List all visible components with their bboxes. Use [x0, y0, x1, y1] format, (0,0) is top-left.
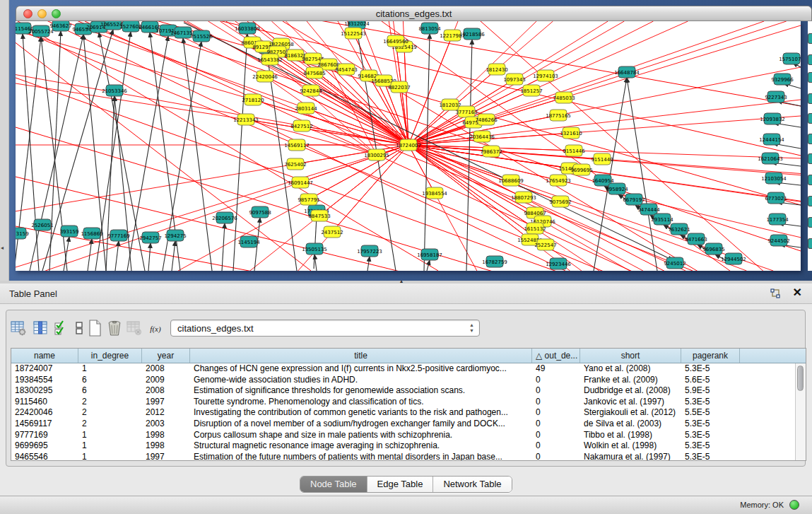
graph-node[interactable]: 1615132: [524, 223, 546, 234]
graph-node[interactable]: 1156869: [81, 228, 102, 239]
graph-node[interactable]: 12093832: [760, 113, 785, 124]
graph-node[interactable]: 17957223: [357, 245, 382, 257]
graph-edge-black[interactable]: [148, 243, 151, 271]
graph-node[interactable]: 21053346: [102, 85, 127, 96]
graph-node[interactable]: 9777169: [107, 230, 129, 241]
graph-node[interactable]: 17654923: [546, 175, 571, 186]
graph-node[interactable]: 7486266: [475, 114, 498, 125]
graph-node[interactable]: 3777163: [455, 106, 477, 117]
graph-edge-black[interactable]: [466, 40, 472, 271]
graph-node[interactable]: 1294275: [164, 230, 186, 241]
graph-edge-black[interactable]: [627, 78, 657, 271]
graph-node[interactable]: 9463627: [49, 21, 71, 31]
table-row[interactable]: 977716911998Corpus callosum shape and si…: [11, 430, 806, 441]
graph-edge-black[interactable]: [314, 255, 317, 271]
graph-node[interactable]: 1812430: [486, 64, 507, 75]
graph-node[interactable]: 7515526: [190, 30, 213, 42]
graph-node[interactable]: 7986372: [480, 146, 502, 157]
network-canvas[interactable]: 9115460200557249463627946554620691406106…: [16, 21, 801, 271]
float-panel-icon[interactable]: [770, 288, 781, 299]
graph-node[interactable]: 12103054: [761, 173, 787, 184]
graph-node[interactable]: 7632621: [668, 223, 690, 235]
column-select-button[interactable]: [31, 319, 49, 337]
graph-edge-red[interactable]: [16, 21, 801, 106]
graph-node[interactable]: 1851257: [520, 85, 542, 96]
column-header-out-de-[interactable]: △ out_de...: [532, 349, 580, 363]
graph-node[interactable]: 9696835: [702, 243, 724, 255]
collapse-left-arrow-icon[interactable]: ◂: [1, 245, 4, 251]
graph-node[interactable]: 16210643: [758, 153, 783, 164]
graph-node[interactable]: 1097343: [503, 74, 525, 85]
graph-node[interactable]: 2718120: [242, 94, 264, 105]
citation-graph[interactable]: 9115460200557249463627946554620691406106…: [16, 21, 801, 271]
graph-node[interactable]: 7485033: [553, 92, 575, 103]
graph-edge-red[interactable]: [16, 78, 801, 271]
tab-edge-table[interactable]: Edge Table: [367, 477, 434, 492]
table-row[interactable]: 1830029562008Estimation of significance …: [11, 385, 806, 397]
table-selector-dropdown[interactable]: citations_edges.txt ▲▼: [170, 320, 480, 337]
graph-node[interactable]: 10688609: [498, 175, 524, 186]
tab-node-table[interactable]: Node Table: [300, 477, 367, 492]
network-window-titlebar[interactable]: citations_edges.txt: [16, 6, 812, 21]
graph-edge-black[interactable]: [222, 223, 225, 271]
graph-node[interactable]: 12923446: [546, 258, 571, 269]
graph-node[interactable]: 393159: [60, 226, 79, 237]
graph-node[interactable]: 6773021: [765, 192, 787, 204]
graph-node[interactable]: 16091447: [288, 177, 313, 188]
graph-node[interactable]: 15751074: [779, 53, 801, 64]
graph-edge-red[interactable]: [16, 145, 408, 267]
graph-edge-red[interactable]: [408, 145, 535, 228]
graph-node[interactable]: 2935114: [651, 214, 673, 225]
graph-node[interactable]: 2437512: [321, 226, 343, 238]
delete-rows-button[interactable]: [105, 319, 124, 337]
graph-node[interactable]: 9329966: [771, 74, 794, 85]
graph-node[interactable]: 9151440: [591, 153, 613, 165]
new-table-button[interactable]: [86, 319, 104, 337]
function-builder-button[interactable]: f(x): [146, 319, 165, 337]
column-header-year[interactable]: year: [142, 349, 190, 363]
graph-node[interactable]: 12213343: [233, 114, 259, 125]
graph-node[interactable]: 8847533: [308, 210, 330, 221]
graph-node[interactable]: 16958187: [417, 249, 442, 260]
column-header-pagerank[interactable]: pagerank: [681, 349, 740, 363]
column-header-short[interactable]: short: [580, 349, 681, 363]
graph-node[interactable]: 1321610: [560, 127, 582, 139]
graph-node[interactable]: 9244502: [767, 235, 789, 246]
graph-node[interactable]: 9699695: [570, 164, 592, 175]
graph-node[interactable]: 8958924: [606, 183, 628, 194]
graph-edge-black[interactable]: [114, 96, 131, 271]
graph-node[interactable]: 12444154: [759, 134, 784, 145]
graph-node[interactable]: 8471663: [685, 233, 707, 245]
table-row[interactable]: 911546021997Tourette syndrome. Phenomeno…: [11, 397, 806, 408]
table-row[interactable]: 2242004622012Investigating the contribut…: [11, 407, 806, 419]
table-row[interactable]: 1938455462009Genome-wide association stu…: [11, 375, 806, 386]
tab-network-table[interactable]: Network Table: [433, 477, 511, 492]
graph-node[interactable]: 2803144: [295, 103, 317, 114]
graph-node[interactable]: 6679197: [623, 194, 645, 205]
graph-node[interactable]: 7625402: [284, 158, 306, 170]
graph-node[interactable]: 2526051: [31, 219, 53, 230]
graph-node[interactable]: 1145194: [237, 236, 260, 247]
graph-node[interactable]: 8427512: [290, 120, 312, 132]
table-settings-button[interactable]: [9, 319, 28, 337]
graph-node[interactable]: 3913159: [16, 228, 29, 239]
graph-node[interactable]: 20206576: [212, 212, 237, 223]
graph-node[interactable]: 9151446: [563, 145, 585, 156]
graph-node[interactable]: 9097588: [249, 206, 271, 218]
column-header-name[interactable]: name: [11, 349, 78, 363]
graph-node[interactable]: 8454743: [335, 64, 357, 75]
scrollbar-thumb[interactable]: [797, 366, 804, 391]
graph-node[interactable]: 9227343: [765, 91, 787, 103]
close-panel-icon[interactable]: ✕: [793, 286, 802, 299]
table-row[interactable]: 969969511998Structural magnetic resonanc…: [11, 440, 806, 452]
graph-node[interactable]: 8475685: [303, 67, 325, 78]
column-header-in-degree[interactable]: in_degree: [78, 349, 142, 363]
select-all-columns-button[interactable]: [52, 319, 70, 337]
table-row[interactable]: 1872400712008Changes of HCN gene express…: [11, 363, 806, 375]
table-row[interactable]: 946554611997Estimation of the future num…: [11, 452, 806, 461]
graph-node[interactable]: 9245012: [664, 257, 686, 269]
graph-node[interactable]: 18775165: [546, 110, 571, 121]
graph-node[interactable]: 1177354: [766, 214, 789, 225]
graph-edge-red[interactable]: [302, 126, 377, 155]
graph-node[interactable]: 2522547: [534, 239, 556, 250]
